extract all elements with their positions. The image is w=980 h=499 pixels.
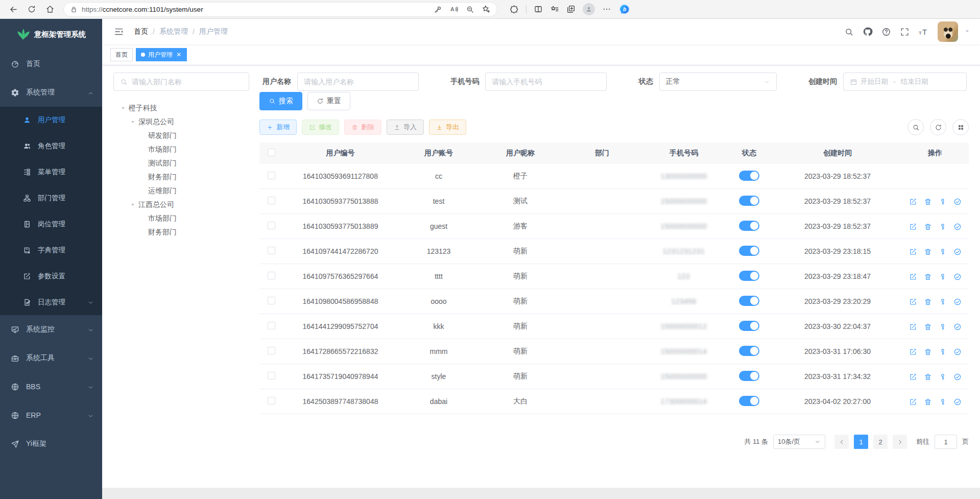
- status-toggle[interactable]: [739, 171, 759, 181]
- github-icon[interactable]: [863, 27, 873, 37]
- date-end-placeholder[interactable]: 结束日期: [901, 77, 928, 86]
- tree-node-研发部门[interactable]: 研发部门: [116, 129, 249, 142]
- key-icon[interactable]: [434, 5, 442, 14]
- sidebar-item-菜单管理[interactable]: 菜单管理: [0, 159, 102, 185]
- profile-icon[interactable]: [583, 3, 595, 15]
- status-toggle[interactable]: [739, 346, 759, 356]
- sidebar-item-角色管理[interactable]: 角色管理: [0, 133, 102, 159]
- fullscreen-icon[interactable]: [900, 27, 910, 37]
- tree-node-测试部门[interactable]: 测试部门: [116, 156, 249, 170]
- tree-node-财务部门[interactable]: 财务部门: [116, 225, 249, 239]
- sidebar-item-参数设置[interactable]: 参数设置: [0, 263, 102, 289]
- row-delete-icon[interactable]: [924, 197, 932, 205]
- avatar-caret-icon[interactable]: [964, 28, 971, 36]
- refresh-table-button[interactable]: [930, 119, 946, 135]
- sidebar-item-部门管理[interactable]: 部门管理: [0, 185, 102, 211]
- row-checkbox[interactable]: [268, 297, 275, 304]
- header-search-icon[interactable]: [844, 27, 854, 37]
- row-reset-password-icon[interactable]: [939, 272, 947, 280]
- sidebar-item-日志管理[interactable]: 日志管理: [0, 289, 102, 315]
- tree-node-市场部门[interactable]: 市场部门: [116, 211, 249, 225]
- sidebar-item-系统监控[interactable]: 系统监控: [0, 315, 102, 344]
- row-delete-icon[interactable]: [924, 272, 932, 280]
- more-dots-icon[interactable]: [602, 5, 611, 14]
- search-button[interactable]: 搜索: [259, 92, 302, 110]
- date-range-picker[interactable]: 开始日期 - 结束日期: [843, 73, 967, 91]
- row-reset-password-icon[interactable]: [939, 397, 947, 406]
- page-button-2[interactable]: 2: [873, 435, 888, 449]
- url-text[interactable]: https://ccnetcore.com:1101/system/user: [82, 6, 429, 13]
- row-assign-role-icon[interactable]: [953, 372, 962, 381]
- row-assign-role-icon[interactable]: [953, 197, 962, 205]
- status-select[interactable]: 正常: [659, 73, 777, 91]
- dept-search-field[interactable]: [132, 78, 243, 86]
- row-edit-icon[interactable]: [909, 347, 917, 355]
- page-size-select[interactable]: 10条/页: [773, 435, 825, 449]
- sidebar-item-Yi框架[interactable]: Yi框架: [0, 430, 102, 458]
- sidebar-item-岗位管理[interactable]: 岗位管理: [0, 211, 102, 237]
- collections-icon[interactable]: [566, 5, 576, 14]
- 删除-button[interactable]: 删除: [344, 120, 381, 135]
- star-add-icon[interactable]: [482, 5, 491, 14]
- tree-node-财务部门[interactable]: 财务部门: [116, 170, 249, 184]
- app-logo[interactable]: 意框架管理系统: [0, 19, 102, 50]
- row-checkbox[interactable]: [268, 397, 275, 405]
- favorites-icon[interactable]: [550, 5, 559, 14]
- date-start-placeholder[interactable]: 开始日期: [861, 77, 888, 86]
- sidebar-item-字典管理[interactable]: 字典管理: [0, 237, 102, 263]
- sidebar-toggle-icon[interactable]: [110, 23, 128, 40]
- phone-input[interactable]: [492, 78, 600, 86]
- prev-page-button[interactable]: [834, 435, 849, 449]
- refresh-icon[interactable]: [23, 2, 40, 17]
- back-icon[interactable]: [5, 2, 21, 17]
- status-toggle[interactable]: [739, 396, 759, 406]
- goto-page-input[interactable]: [935, 435, 957, 449]
- status-toggle[interactable]: [739, 221, 759, 231]
- row-edit-icon[interactable]: [909, 247, 917, 255]
- row-delete-icon[interactable]: [924, 322, 932, 330]
- select-all-checkbox[interactable]: [268, 149, 275, 156]
- breadcrumb-system[interactable]: 系统管理: [159, 27, 188, 36]
- row-reset-password-icon[interactable]: [939, 297, 947, 305]
- sidebar-item-BBS[interactable]: BBS: [0, 372, 102, 401]
- row-edit-icon[interactable]: [909, 372, 917, 381]
- 新增-button[interactable]: 新增: [259, 120, 297, 135]
- sidebar-item-用户管理[interactable]: 用户管理: [0, 107, 102, 133]
- username-input[interactable]: [304, 78, 412, 86]
- tab-close-icon[interactable]: ✕: [176, 51, 182, 58]
- tree-node-深圳总公司[interactable]: 深圳总公司: [116, 115, 249, 129]
- row-checkbox[interactable]: [268, 322, 275, 329]
- row-assign-role-icon[interactable]: [953, 297, 962, 305]
- 导入-button[interactable]: 导入: [387, 120, 424, 135]
- row-reset-password-icon[interactable]: [939, 197, 947, 205]
- row-reset-password-icon[interactable]: [939, 347, 947, 355]
- row-delete-icon[interactable]: [924, 372, 932, 381]
- row-delete-icon[interactable]: [924, 247, 932, 255]
- status-toggle[interactable]: [739, 196, 759, 206]
- row-delete-icon[interactable]: [924, 297, 932, 305]
- show-search-button[interactable]: [907, 119, 924, 135]
- tab-首页[interactable]: 首页: [110, 48, 133, 61]
- row-assign-role-icon[interactable]: [953, 347, 962, 355]
- extensions-icon[interactable]: [510, 5, 519, 14]
- row-edit-icon[interactable]: [909, 222, 917, 230]
- row-assign-role-icon[interactable]: [953, 272, 962, 280]
- status-toggle[interactable]: [739, 271, 759, 281]
- row-assign-role-icon[interactable]: [953, 397, 962, 406]
- tab-用户管理[interactable]: 用户管理✕: [136, 48, 187, 61]
- row-edit-icon[interactable]: [909, 197, 917, 205]
- status-toggle[interactable]: [739, 296, 759, 306]
- row-checkbox[interactable]: [268, 247, 275, 254]
- row-checkbox[interactable]: [268, 272, 275, 279]
- status-toggle[interactable]: [739, 246, 759, 256]
- row-delete-icon[interactable]: [924, 347, 932, 355]
- zoom-out-icon[interactable]: [466, 5, 474, 14]
- help-icon[interactable]: [881, 27, 891, 37]
- row-checkbox[interactable]: [268, 222, 275, 229]
- row-edit-icon[interactable]: [909, 322, 917, 330]
- row-reset-password-icon[interactable]: [939, 322, 947, 330]
- row-delete-icon[interactable]: [924, 222, 932, 230]
- status-toggle[interactable]: [739, 371, 759, 381]
- status-toggle[interactable]: [739, 321, 759, 331]
- next-page-button[interactable]: [893, 435, 907, 449]
